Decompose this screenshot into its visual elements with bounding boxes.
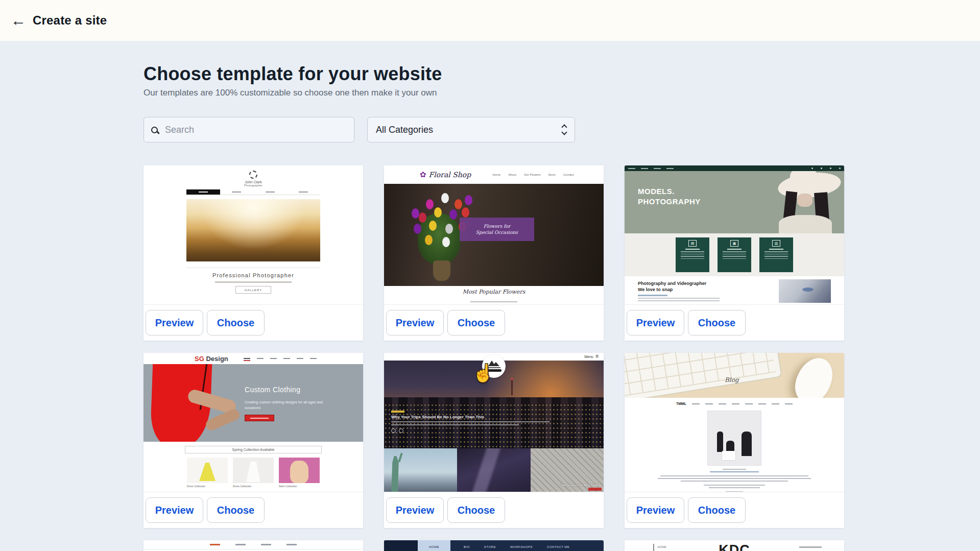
placeholder-bar — [261, 544, 271, 545]
sunset-field-photo — [186, 199, 320, 261]
page-title: Create a site — [33, 13, 107, 28]
thumb-caption: Welcome to Our Blog Feature — [561, 484, 602, 487]
placeholder-bar — [283, 358, 290, 359]
feature-card: ▣ — [718, 237, 751, 272]
search-box[interactable] — [144, 117, 354, 142]
mini-brand: Floral Shop — [429, 171, 471, 179]
mini-navbar — [625, 165, 844, 171]
placeholder-bar — [745, 403, 753, 404]
placeholder-bar — [710, 471, 759, 472]
mini-header: SG Design — [144, 353, 363, 364]
keyboard — [625, 353, 782, 398]
keyboard-desk-photo: Blog — [625, 353, 844, 398]
template-card-models-photography: MODELS. PHOTOGRAPHY ▤ — [625, 165, 844, 341]
mini-red-button — [245, 415, 274, 421]
preview-button[interactable]: Preview — [386, 497, 444, 523]
placeholder-bar — [727, 249, 742, 250]
mini-nav-item: Our Flowers — [524, 173, 541, 176]
placeholder-bar — [235, 544, 246, 545]
placeholder-bar — [705, 403, 713, 404]
ski-lift-thumb: Welcome to Our Blog Feature — [531, 448, 604, 492]
placeholder-bar — [215, 281, 292, 283]
product-thumb: Dress Collection — [187, 458, 228, 488]
placeholder-bar — [764, 256, 788, 257]
template-thumbnail[interactable] — [144, 540, 363, 551]
placeholder-bar — [244, 358, 250, 359]
mini-logo-block — [384, 540, 418, 551]
choose-button[interactable]: Choose — [688, 497, 746, 523]
mini-navbar: Home About Our Flowers Store Contact — [492, 173, 573, 176]
placeholder-bar — [726, 491, 743, 492]
template-thumbnail[interactable]: John Clark Photographer Professional Pho… — [144, 165, 363, 304]
template-card-partial: HOME BIO STORE WORKSHOPS CONTACT ME — [384, 540, 604, 551]
placeholder-bar — [681, 258, 704, 259]
choose-button[interactable]: Choose — [447, 310, 505, 336]
template-thumbnail[interactable]: ✿ Floral Shop Home About Our Flowers Sto… — [384, 165, 604, 304]
placeholder-bar — [391, 424, 519, 425]
statue-of-liberty-thumb — [384, 448, 457, 492]
placeholder-bar — [681, 251, 704, 252]
banner-line: Special Occasions — [476, 229, 518, 235]
tulip-bouquet-photo: Flowers for Special Occasions — [384, 184, 604, 286]
mini-hero-banner: Flowers for Special Occasions — [460, 218, 534, 241]
preview-button[interactable]: Preview — [146, 310, 203, 336]
template-thumbnail[interactable]: Blog TMML — [625, 353, 844, 492]
image-icon: ▣ — [730, 240, 738, 247]
placeholder-bar — [764, 258, 788, 259]
placeholder-bar — [266, 191, 275, 193]
mini-navbar: HOME BIO STORE WORKSHOPS CONTACT ME — [384, 540, 604, 551]
template-thumbnail[interactable]: HOME ABOUT KDC — [625, 540, 844, 551]
model-face — [797, 194, 812, 207]
mini-hero-text-block: Why Your Trips Should Be No Longer Than … — [391, 411, 549, 433]
search-input[interactable] — [165, 125, 347, 135]
mini-heading: Professional Photographer — [144, 272, 363, 278]
choose-button[interactable]: Choose — [447, 497, 505, 523]
template-thumbnail[interactable]: MODELS. PHOTOGRAPHY ▤ — [625, 165, 844, 304]
mini-brand: TMML — [676, 402, 686, 405]
product-caption: Dress Collection — [187, 485, 228, 488]
card-footer: Preview Choose — [625, 492, 844, 528]
category-select[interactable]: All Categories — [367, 117, 575, 142]
red-label — [588, 488, 602, 491]
placeholder-bar — [681, 254, 704, 255]
placeholder-bar — [660, 475, 808, 476]
mini-section-title: Most Popular Flowers — [384, 289, 604, 295]
mini-gallery-button: GALLERY — [235, 286, 271, 294]
preview-button[interactable]: Preview — [386, 310, 444, 336]
section-heading: Choose template for your website — [144, 64, 844, 84]
placeholder-bar — [681, 256, 704, 257]
template-card-partial — [144, 540, 363, 551]
mini-section: Most Popular Flowers — [384, 286, 604, 304]
mini-hero-title: Why Your Trips Should Be No Longer Than … — [391, 415, 514, 419]
placeholder-bar — [297, 358, 303, 359]
mouse — [788, 353, 840, 398]
tower-spire — [511, 380, 513, 395]
template-card-floral-shop: ✿ Floral Shop Home About Our Flowers Sto… — [384, 165, 604, 341]
mini-side-nav: HOME ABOUT — [653, 544, 668, 551]
template-thumbnail[interactable]: SG Design — [144, 353, 363, 492]
placeholder-bar — [250, 418, 269, 419]
placeholder-bar — [658, 478, 811, 479]
card-footer: Preview Choose — [384, 492, 604, 528]
template-thumbnail[interactable]: HOME BIO STORE WORKSHOPS CONTACT ME — [384, 540, 604, 551]
flower-icon: ✿ — [420, 170, 426, 179]
placeholder-bar — [257, 358, 264, 359]
content-area: Choose template for your website Our tem… — [0, 41, 980, 551]
preview-button[interactable]: Preview — [146, 497, 203, 523]
preview-button[interactable]: Preview — [627, 310, 684, 336]
choose-button[interactable]: Choose — [207, 497, 265, 523]
choose-button[interactable]: Choose — [688, 310, 746, 336]
choose-button[interactable]: Choose — [207, 310, 265, 336]
placeholder-bar — [704, 485, 765, 486]
back-button[interactable]: ← — [7, 9, 30, 32]
milky-way — [471, 448, 501, 492]
placeholder-bar — [391, 411, 404, 413]
mini-navbar: TMML — [676, 402, 793, 405]
preview-button[interactable]: Preview — [627, 497, 684, 523]
mini-banner-bar: Spring Collection Available — [185, 446, 322, 453]
makeup-photo-detail — [802, 288, 814, 292]
person-silhouette — [742, 432, 752, 456]
mini-nav-item: Contact — [563, 173, 574, 176]
feature-card: ▤ — [676, 237, 709, 272]
card-footer: Preview Choose — [144, 492, 363, 528]
